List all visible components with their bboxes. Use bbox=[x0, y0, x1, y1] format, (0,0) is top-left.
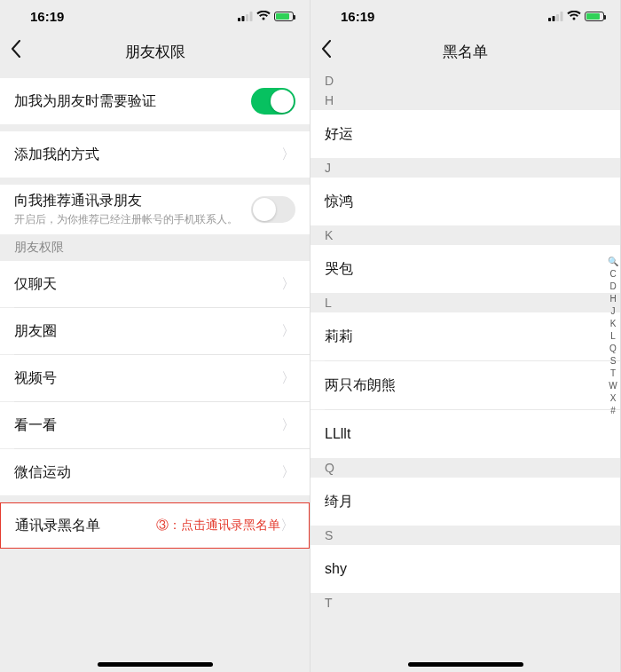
index-letter[interactable]: C bbox=[609, 268, 616, 281]
svg-rect-3 bbox=[250, 12, 253, 21]
page-title: 黑名单 bbox=[443, 42, 488, 62]
status-time: 16:19 bbox=[16, 9, 238, 24]
battery-icon bbox=[585, 9, 604, 24]
svg-rect-6 bbox=[556, 14, 559, 21]
svg-rect-0 bbox=[238, 18, 240, 21]
werun-row[interactable]: 微信运动 〉 bbox=[0, 449, 310, 495]
index-letter[interactable]: H bbox=[609, 293, 616, 305]
nav-bar: 黑名单 bbox=[310, 32, 620, 71]
row-sublabel: 开启后，为你推荐已经注册帐号的手机联系人。 bbox=[14, 212, 238, 227]
contact-row[interactable]: 好运 bbox=[310, 110, 620, 158]
contact-row[interactable]: 哭包 bbox=[310, 245, 620, 293]
index-letter[interactable]: 🔍 bbox=[608, 256, 618, 268]
page-title: 朋友权限 bbox=[125, 42, 185, 62]
chevron-right-icon: 〉 bbox=[281, 463, 295, 482]
battery-icon bbox=[274, 9, 294, 24]
home-indicator[interactable] bbox=[408, 662, 523, 667]
contact-row[interactable]: LLllt bbox=[310, 410, 620, 458]
index-letter[interactable]: S bbox=[610, 355, 617, 368]
letter-header: Q bbox=[310, 458, 620, 478]
letter-header: D bbox=[310, 71, 620, 91]
contact-row[interactable]: 莉莉 bbox=[310, 312, 620, 360]
index-letter[interactable]: W bbox=[609, 380, 617, 392]
row-label: 向我推荐通讯录朋友 bbox=[14, 192, 142, 210]
blocklist-row[interactable]: 通讯录黑名单 ③：点击通讯录黑名单 〉 bbox=[0, 502, 310, 549]
recommend-contacts-row[interactable]: 向我推荐通讯录朋友 开启后，为你推荐已经注册帐号的手机联系人。 bbox=[0, 185, 310, 234]
chat-only-row[interactable]: 仅聊天 〉 bbox=[0, 261, 310, 307]
right-screen: 16:19 黑名单 DH好运J惊鸿K哭包L莉莉两只布朗熊LLlltQ绮月Sshy… bbox=[310, 0, 621, 672]
contact-row[interactable]: 惊鸿 bbox=[310, 178, 620, 225]
status-bar: 16:19 bbox=[0, 0, 310, 32]
left-screen: 16:19 朋友权限 加我为朋友时需要验证 添加我的 bbox=[0, 0, 310, 672]
home-indicator[interactable] bbox=[98, 662, 213, 667]
verify-toggle[interactable] bbox=[251, 88, 295, 115]
chevron-right-icon: 〉 bbox=[281, 416, 295, 435]
section-header: 朋友权限 bbox=[0, 234, 310, 261]
row-label: 通讯录黑名单 bbox=[15, 517, 156, 535]
index-letter[interactable]: L bbox=[610, 330, 616, 343]
letter-header: S bbox=[310, 526, 620, 545]
svg-rect-2 bbox=[246, 14, 248, 21]
status-bar: 16:19 bbox=[310, 0, 620, 32]
contact-row[interactable]: 两只布朗熊 bbox=[310, 361, 620, 409]
index-letter[interactable]: K bbox=[610, 318, 617, 330]
index-letter[interactable]: Q bbox=[609, 343, 617, 355]
index-letter[interactable]: T bbox=[610, 368, 616, 380]
letter-header: H bbox=[310, 91, 620, 110]
svg-rect-7 bbox=[561, 12, 563, 21]
chevron-right-icon: 〉 bbox=[281, 146, 295, 164]
status-icons bbox=[238, 9, 294, 24]
contacts-list[interactable]: DH好运J惊鸿K哭包L莉莉两只布朗熊LLlltQ绮月SshyT bbox=[310, 71, 620, 672]
index-letter[interactable]: J bbox=[611, 305, 616, 318]
top-stories-row[interactable]: 看一看 〉 bbox=[0, 402, 310, 448]
row-label: 加我为朋友时需要验证 bbox=[14, 92, 251, 111]
row-label: 微信运动 bbox=[14, 463, 281, 482]
chevron-right-icon: 〉 bbox=[280, 517, 295, 535]
channels-row[interactable]: 视频号 〉 bbox=[0, 355, 310, 401]
contact-row[interactable]: 绮月 bbox=[310, 478, 620, 526]
svg-rect-5 bbox=[553, 16, 555, 21]
annotation-text: ③：点击通讯录黑名单 bbox=[156, 518, 280, 534]
svg-rect-4 bbox=[548, 18, 551, 21]
spacer bbox=[0, 71, 310, 78]
row-label: 视频号 bbox=[14, 369, 281, 388]
status-icons bbox=[548, 9, 604, 24]
index-letter[interactable]: # bbox=[610, 405, 616, 417]
letter-header: J bbox=[310, 158, 620, 178]
letter-header: K bbox=[310, 225, 620, 245]
spacer bbox=[0, 124, 310, 131]
row-label: 朋友圈 bbox=[14, 322, 281, 341]
alphabet-index[interactable]: 🔍CDHJKLQSTWX# bbox=[608, 256, 618, 417]
signal-icon bbox=[238, 9, 253, 24]
recommend-toggle[interactable] bbox=[251, 196, 295, 223]
back-icon[interactable] bbox=[321, 40, 332, 63]
chevron-right-icon: 〉 bbox=[281, 369, 295, 388]
spacer bbox=[0, 495, 310, 502]
svg-rect-1 bbox=[242, 16, 245, 21]
row-label: 添加我的方式 bbox=[14, 146, 281, 164]
index-letter[interactable]: X bbox=[610, 392, 617, 405]
settings-list: 加我为朋友时需要验证 添加我的方式 〉 向我推荐通讯录朋友 开启后，为你推荐已经… bbox=[0, 71, 310, 672]
contact-row[interactable]: shy bbox=[310, 545, 620, 593]
row-label: 看一看 bbox=[14, 416, 281, 435]
wifi-icon bbox=[256, 9, 271, 24]
chevron-right-icon: 〉 bbox=[281, 322, 295, 341]
chevron-right-icon: 〉 bbox=[281, 275, 295, 294]
letter-header: T bbox=[310, 593, 620, 613]
verify-friend-request-row[interactable]: 加我为朋友时需要验证 bbox=[0, 78, 310, 124]
row-label: 仅聊天 bbox=[14, 275, 281, 294]
wifi-icon bbox=[567, 9, 581, 24]
nav-bar: 朋友权限 bbox=[0, 32, 310, 71]
index-letter[interactable]: D bbox=[609, 281, 616, 293]
signal-icon bbox=[548, 9, 563, 24]
letter-header: L bbox=[310, 293, 620, 312]
spacer bbox=[0, 178, 310, 185]
back-icon[interactable] bbox=[11, 40, 21, 63]
status-time: 16:19 bbox=[326, 9, 548, 24]
add-method-row[interactable]: 添加我的方式 〉 bbox=[0, 131, 310, 178]
moments-row[interactable]: 朋友圈 〉 bbox=[0, 308, 310, 354]
